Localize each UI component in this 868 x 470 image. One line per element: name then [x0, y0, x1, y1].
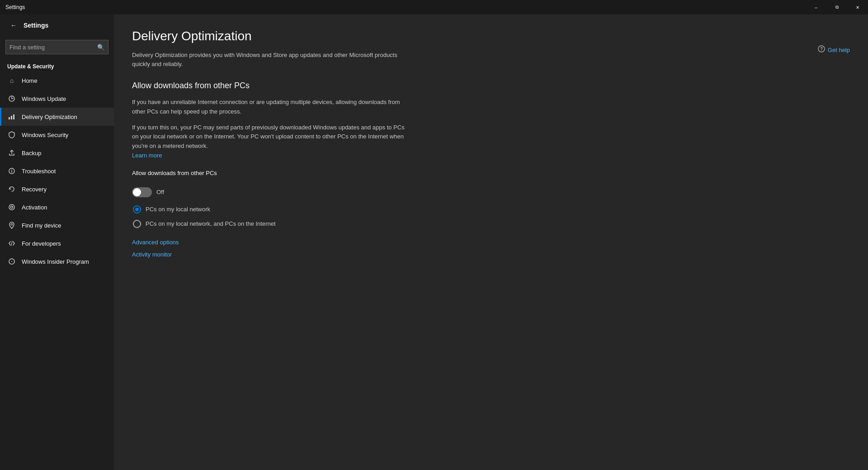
section-title: Allow downloads from other PCs: [132, 81, 850, 90]
sidebar-item-find-my-device[interactable]: Find my device: [0, 216, 114, 234]
sidebar-item-label: Home: [22, 77, 38, 84]
radio-inner-dot: [135, 208, 139, 211]
sidebar-app-title: Settings: [24, 22, 48, 29]
sidebar-item-label: Find my device: [22, 222, 61, 229]
toggle-section-label: Allow downloads from other PCs: [132, 169, 412, 178]
close-button[interactable]: ✕: [847, 0, 868, 14]
shield-icon: [7, 130, 16, 139]
main-content: Delivery Optimization Delivery Optimizat…: [114, 14, 868, 470]
sidebar-item-recovery[interactable]: Recovery: [0, 180, 114, 198]
main-wrapper: ? Get help Delivery Optimization Deliver…: [114, 14, 868, 470]
section-label: Update & Security: [0, 58, 114, 71]
sidebar-item-windows-security[interactable]: Windows Security: [0, 126, 114, 144]
svg-rect-3: [13, 114, 14, 119]
backup-icon: [7, 148, 16, 157]
svg-point-7: [9, 204, 14, 210]
sidebar-item-windows-update[interactable]: Windows Update: [0, 90, 114, 108]
svg-rect-1: [9, 117, 10, 119]
search-input[interactable]: [6, 44, 94, 51]
toggle-row: Off: [132, 187, 850, 197]
info-paragraph-1: If you have an unreliable Internet conne…: [132, 98, 412, 117]
title-bar-controls: – ⧉ ✕: [806, 0, 868, 14]
search-box[interactable]: 🔍: [5, 40, 108, 54]
sidebar-item-windows-insider[interactable]: Windows Insider Program: [0, 252, 114, 271]
activation-icon: [7, 203, 16, 212]
sidebar-item-label: Delivery Optimization: [22, 114, 77, 120]
page-description: Delivery Optimization provides you with …: [132, 51, 412, 68]
sidebar-item-troubleshoot[interactable]: Troubleshoot: [0, 162, 114, 180]
developers-icon: [7, 239, 16, 248]
svg-point-12: [11, 261, 12, 262]
svg-rect-2: [11, 116, 12, 119]
sidebar-item-home[interactable]: ⌂ Home: [0, 71, 114, 90]
links-section: Advanced options Activity monitor: [132, 239, 850, 258]
find-device-icon: [7, 221, 16, 230]
search-container: 🔍: [0, 36, 114, 58]
sidebar-item-label: For developers: [22, 240, 61, 247]
sidebar-item-label: Backup: [22, 150, 41, 157]
title-bar-title: Settings: [5, 4, 25, 10]
svg-point-8: [11, 206, 13, 209]
toggle-knob: [133, 188, 141, 196]
info-paragraph-2: If you turn this on, your PC may send pa…: [132, 123, 412, 161]
sidebar: ← Settings 🔍 Update & Security ⌂ Home: [0, 14, 114, 470]
sidebar-item-label: Windows Security: [22, 132, 68, 138]
sidebar-header: ← Settings: [0, 14, 114, 36]
minimize-button[interactable]: –: [806, 0, 826, 14]
sidebar-item-label: Windows Update: [22, 95, 66, 102]
back-button[interactable]: ←: [7, 19, 20, 32]
sidebar-item-backup[interactable]: Backup: [0, 144, 114, 162]
search-icon[interactable]: 🔍: [94, 40, 108, 54]
activity-monitor-link[interactable]: Activity monitor: [132, 251, 850, 258]
maximize-button[interactable]: ⧉: [826, 0, 847, 14]
radio-local-network[interactable]: PCs on my local network: [133, 205, 850, 214]
learn-more-link[interactable]: Learn more: [132, 152, 162, 159]
radio-local-network-label: PCs on my local network: [146, 206, 210, 213]
sidebar-item-activation[interactable]: Activation: [0, 198, 114, 216]
sidebar-item-delivery-optimization[interactable]: Delivery Optimization: [0, 108, 114, 126]
radio-group: PCs on my local network PCs on my local …: [133, 205, 850, 228]
radio-local-network-indicator: [133, 205, 141, 214]
allow-downloads-toggle[interactable]: [132, 187, 152, 197]
insider-icon: [7, 257, 16, 266]
windows-update-icon: [7, 94, 16, 103]
troubleshoot-icon: [7, 166, 16, 176]
radio-internet-indicator: [133, 220, 141, 228]
radio-internet-label: PCs on my local network, and PCs on the …: [146, 220, 276, 227]
sidebar-item-label: Activation: [22, 204, 47, 211]
title-bar: Settings – ⧉ ✕: [0, 0, 868, 14]
get-help-text[interactable]: Get help: [828, 47, 850, 53]
back-arrow-icon: ←: [10, 22, 17, 29]
page-title: Delivery Optimization: [132, 29, 850, 43]
sidebar-item-label: Troubleshoot: [22, 168, 56, 175]
delivery-optimization-icon: [7, 112, 16, 121]
svg-point-9: [11, 223, 13, 225]
sidebar-item-label: Recovery: [22, 186, 47, 193]
svg-line-10: [11, 241, 12, 246]
svg-point-6: [11, 169, 12, 170]
app-container: ← Settings 🔍 Update & Security ⌂ Home: [0, 14, 868, 470]
radio-internet[interactable]: PCs on my local network, and PCs on the …: [133, 220, 850, 228]
sidebar-item-label: Windows Insider Program: [22, 258, 89, 265]
advanced-options-link[interactable]: Advanced options: [132, 239, 850, 246]
get-help-container[interactable]: ? Get help: [818, 45, 850, 54]
recovery-icon: [7, 185, 16, 194]
home-icon: ⌂: [7, 76, 16, 85]
paragraph-2-text: If you turn this on, your PC may send pa…: [132, 124, 405, 150]
svg-text:?: ?: [820, 47, 823, 52]
get-help-icon: ?: [818, 45, 825, 54]
sidebar-item-for-developers[interactable]: For developers: [0, 234, 114, 252]
toggle-state-label: Off: [156, 189, 164, 195]
